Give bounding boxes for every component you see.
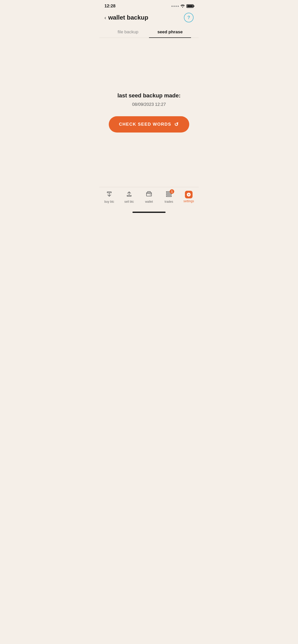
buy-btc-icon (106, 191, 113, 199)
home-indicator (99, 210, 199, 215)
nav-label-buy-btc: buy btc (104, 200, 114, 203)
main-content: last seed backup made: 08/09/2023 12:27 … (99, 38, 199, 187)
wallet-icon (146, 191, 152, 199)
back-button[interactable]: ‹ (104, 15, 106, 21)
refresh-icon: ↺ (174, 121, 179, 127)
svg-rect-6 (166, 196, 171, 197)
trades-badge: 1 (170, 189, 174, 194)
svg-point-3 (150, 195, 151, 195)
help-button[interactable]: ? (184, 13, 194, 22)
help-icon: ? (187, 15, 190, 20)
status-icons (171, 4, 194, 8)
header-left: ‹ wallet backup (104, 14, 148, 21)
page-title: wallet backup (108, 14, 148, 21)
tab-file-backup[interactable]: file backup (107, 26, 149, 38)
svg-rect-1 (127, 195, 131, 196)
nav-label-sell-btc: sell btc (124, 200, 134, 203)
check-seed-words-label: CHECK SEED WORDS (119, 122, 171, 127)
trades-icon: 1 (166, 191, 172, 199)
nav-label-wallet: wallet (145, 200, 153, 203)
wifi-icon (180, 4, 185, 8)
nav-label-settings: settings (183, 199, 194, 203)
battery-icon (186, 4, 194, 8)
settings-icon (185, 191, 193, 198)
tab-seed-phrase[interactable]: seed phrase (149, 26, 191, 38)
status-time: 12:28 (104, 4, 115, 9)
nav-item-settings[interactable]: settings (179, 190, 199, 204)
header: ‹ wallet backup ? (99, 11, 199, 26)
nav-item-sell-btc[interactable]: sell btc (119, 190, 139, 204)
backup-date: 08/09/2023 12:27 (117, 102, 181, 107)
svg-rect-5 (166, 194, 171, 195)
tabs: file backup seed phrase (99, 26, 199, 38)
backup-title: last seed backup made: (117, 92, 181, 99)
sell-btc-icon (126, 191, 132, 199)
svg-rect-2 (146, 193, 152, 196)
bottom-nav: buy btc sell btc wallet (99, 187, 199, 210)
nav-item-trades[interactable]: 1 trades (159, 190, 179, 204)
status-bar: 12:28 (99, 0, 199, 11)
svg-rect-0 (107, 192, 111, 193)
check-seed-words-button[interactable]: CHECK SEED WORDS ↺ (109, 116, 189, 133)
backup-info: last seed backup made: 08/09/2023 12:27 (117, 92, 181, 107)
signal-icon (171, 6, 179, 7)
nav-item-wallet[interactable]: wallet (139, 190, 159, 204)
home-bar (132, 212, 166, 213)
nav-label-trades: trades (165, 200, 173, 203)
nav-item-buy-btc[interactable]: buy btc (99, 190, 119, 204)
